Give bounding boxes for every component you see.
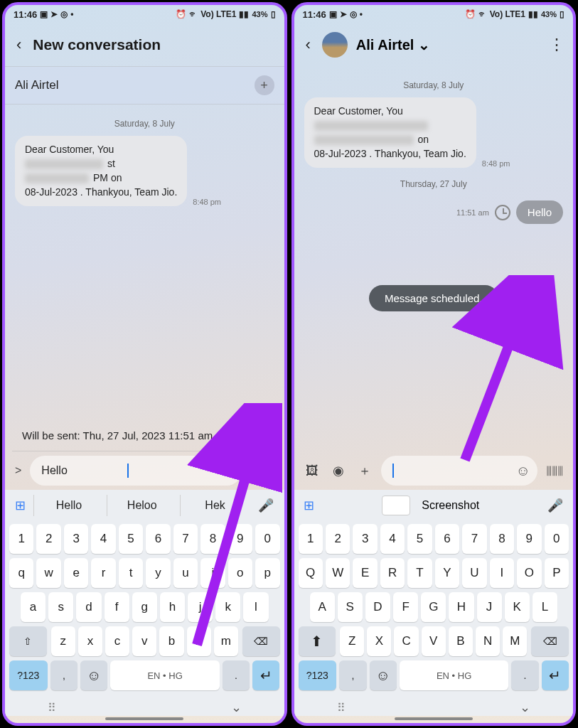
key-q[interactable]: q [9,558,33,588]
key-K[interactable]: K [505,592,530,622]
key-1[interactable]: 1 [9,524,33,554]
key-O[interactable]: O [517,558,541,588]
add-recipient-button[interactable]: + [255,75,274,95]
emoji-button[interactable]: ☺ [220,463,234,479]
emoji-button[interactable]: ☺ [516,463,530,479]
contact-name-dropdown[interactable]: Ali Airtel ⌄ [356,36,431,53]
voice-input-icon[interactable]: 🎤 [542,498,569,513]
key-S[interactable]: S [338,592,363,622]
symbols-key[interactable]: ?123 [299,660,337,690]
avatar[interactable] [322,32,348,58]
key-e[interactable]: e [64,558,88,588]
key-0[interactable]: 0 [545,524,569,554]
key-L[interactable]: L [532,592,557,622]
key-o[interactable]: o [228,558,252,588]
key-W[interactable]: W [326,558,350,588]
key-Z[interactable]: Z [340,626,364,656]
comma-key[interactable]: , [339,660,366,690]
shift-key[interactable]: ⇧ [9,626,47,656]
key-j[interactable]: j [188,592,213,622]
key-v[interactable]: v [132,626,156,656]
key-x[interactable]: x [78,626,102,656]
key-2[interactable]: 2 [36,524,60,554]
enter-key[interactable]: ↵ [252,660,279,690]
suggestion-1[interactable]: Hello [33,495,104,516]
key-J[interactable]: J [477,592,502,622]
key-E[interactable]: E [353,558,377,588]
backspace-key[interactable]: ⌫ [242,626,280,656]
key-s[interactable]: s [48,592,73,622]
key-D[interactable]: D [365,592,390,622]
incoming-message-bubble[interactable]: Dear Customer, You on 08-Jul-2023 . Than… [304,97,476,168]
emoji-key[interactable]: ☺ [370,660,397,690]
key-9[interactable]: 9 [228,524,252,554]
emoji-key[interactable]: ☺ [80,660,107,690]
key-A[interactable]: A [310,592,335,622]
expand-button[interactable]: > [12,461,24,480]
keyboard-apps-icon[interactable]: ⊞ [299,495,320,516]
key-1[interactable]: 1 [299,524,323,554]
key-l[interactable]: l [243,592,268,622]
key-3[interactable]: 3 [64,524,88,554]
period-key[interactable]: . [223,660,250,690]
back-button[interactable]: ‹ [14,33,24,57]
comma-key[interactable]: , [50,660,77,690]
key-5[interactable]: 5 [119,524,143,554]
key-6[interactable]: 6 [146,524,170,554]
camera-button[interactable]: ◉ [328,461,348,480]
remove-schedule-button[interactable]: − [252,428,267,444]
send-button[interactable] [247,456,277,486]
hide-keyboard-icon[interactable]: ⌄ [520,700,530,715]
key-u[interactable]: u [173,558,198,588]
enter-key[interactable]: ↵ [542,660,569,690]
keyboard-handle-icon[interactable]: ⠿ [337,701,346,714]
key-Y[interactable]: Y [435,558,459,588]
space-key[interactable]: EN • HG [110,660,219,690]
key-7[interactable]: 7 [173,524,198,554]
suggestion-2[interactable]: Heloo [107,495,177,516]
hide-keyboard-icon[interactable]: ⌄ [231,700,242,715]
key-r[interactable]: r [91,558,115,588]
key-z[interactable]: z [51,626,75,656]
key-8[interactable]: 8 [200,524,225,554]
gallery-button[interactable]: 🖼 [301,462,323,480]
key-Q[interactable]: Q [299,558,323,588]
key-0[interactable]: 0 [255,524,279,554]
add-button[interactable]: ＋ [354,461,375,481]
suggestion-3[interactable]: Hek [180,495,250,516]
key-9[interactable]: 9 [517,524,541,554]
key-i[interactable]: i [200,558,225,588]
key-B[interactable]: B [449,626,473,656]
key-6[interactable]: 6 [435,524,459,554]
key-3[interactable]: 3 [353,524,377,554]
key-8[interactable]: 8 [490,524,514,554]
key-X[interactable]: X [367,626,391,656]
key-m[interactable]: m [214,626,238,656]
shift-key-active[interactable]: ⬆ [299,626,336,656]
key-h[interactable]: h [160,592,185,622]
key-T[interactable]: T [407,558,432,588]
key-c[interactable]: c [105,626,129,656]
key-4[interactable]: 4 [91,524,115,554]
key-7[interactable]: 7 [462,524,486,554]
key-U[interactable]: U [462,558,486,588]
key-k[interactable]: k [215,592,240,622]
voice-input-icon[interactable]: 🎤 [252,498,279,513]
key-R[interactable]: R [380,558,405,588]
more-options-button[interactable]: ⋮ [549,36,564,54]
backspace-key[interactable]: ⌫ [531,626,569,656]
key-a[interactable]: a [21,592,46,622]
key-M[interactable]: M [503,626,527,656]
keyboard-apps-icon[interactable]: ⊞ [9,495,31,516]
message-input[interactable]: Hello ☺ [30,456,241,486]
message-input[interactable]: ☺ [381,456,538,486]
key-y[interactable]: y [146,558,170,588]
key-f[interactable]: f [105,592,129,622]
symbols-key[interactable]: ?123 [9,660,48,690]
key-N[interactable]: N [476,626,500,656]
key-C[interactable]: C [394,626,418,656]
voice-message-button[interactable]: ⦀⦀⦀ [543,463,566,479]
space-key[interactable]: EN • HG [400,660,508,690]
key-n[interactable]: n [187,626,211,656]
key-d[interactable]: d [76,592,101,622]
